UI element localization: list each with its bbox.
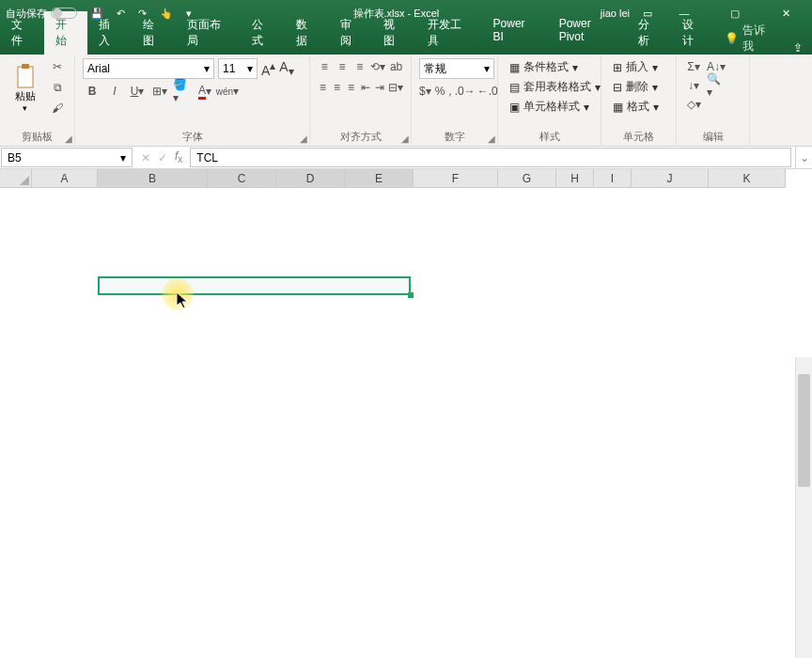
- tell-me[interactable]: 💡 告诉我: [715, 23, 784, 55]
- tab-分析[interactable]: 分析: [627, 11, 671, 55]
- column-header[interactable]: K: [709, 169, 786, 188]
- column-header[interactable]: G: [498, 169, 556, 188]
- tab-Power Pivot[interactable]: Power Pivot: [548, 11, 628, 55]
- column-header[interactable]: J: [632, 169, 709, 188]
- format-painter-icon[interactable]: 🖌: [48, 100, 67, 117]
- percent-icon[interactable]: %: [435, 83, 445, 100]
- conditional-format-button[interactable]: ▦条件格式▾: [506, 58, 593, 76]
- font-size-combo[interactable]: 11▾: [218, 58, 258, 79]
- ribbon-tabs: 文件开始插入绘图页面布局公式数据审阅视图开发工具Power BIPower Pi…: [0, 26, 812, 55]
- column-header[interactable]: A: [32, 169, 98, 188]
- column-header[interactable]: F: [414, 169, 498, 188]
- chevron-down-icon: ▾: [595, 81, 601, 94]
- toggle-off-icon: [51, 8, 77, 19]
- bold-button[interactable]: B: [83, 83, 102, 100]
- fill-color-button[interactable]: 🪣▾: [173, 83, 192, 100]
- name-box[interactable]: B5▾: [1, 148, 133, 167]
- tab-Power BI[interactable]: Power BI: [482, 11, 548, 55]
- align-center-icon[interactable]: ≡: [332, 79, 342, 96]
- group-number: 常规▾ $▾ % , .0→ ←.0 数字 ◢: [412, 55, 498, 146]
- formula-input[interactable]: TCL: [190, 148, 791, 167]
- column-header[interactable]: H: [556, 169, 594, 188]
- phonetic-button[interactable]: wén▾: [218, 83, 237, 100]
- fill-icon[interactable]: ↓▾: [684, 77, 703, 94]
- format-cells-button[interactable]: ▦格式▾: [609, 98, 668, 116]
- decrease-indent-icon[interactable]: ⇤: [360, 79, 370, 96]
- tab-文件[interactable]: 文件: [0, 11, 44, 55]
- group-cells: ⊞插入▾ ⊟删除▾ ▦格式▾ 单元格: [601, 55, 677, 146]
- border-button[interactable]: ⊞▾: [150, 83, 169, 100]
- cell-styles-button[interactable]: ▣单元格样式▾: [506, 98, 593, 116]
- column-header[interactable]: C: [208, 169, 276, 188]
- cancel-icon[interactable]: ✕: [141, 151, 150, 164]
- group-label: 编辑: [684, 128, 742, 144]
- wrap-text-icon[interactable]: ab: [389, 58, 403, 75]
- underline-button[interactable]: U▾: [128, 83, 147, 100]
- increase-font-icon[interactable]: A▴: [261, 59, 275, 78]
- delete-cells-button[interactable]: ⊟删除▾: [609, 78, 668, 96]
- tab-页面布局[interactable]: 页面布局: [176, 11, 241, 55]
- svg-rect-0: [18, 67, 33, 87]
- font-name-combo[interactable]: Arial▾: [83, 58, 214, 79]
- find-select-icon[interactable]: 🔍▾: [707, 77, 726, 94]
- merge-center-icon[interactable]: ⊟▾: [388, 79, 403, 96]
- group-label: 单元格: [609, 128, 668, 144]
- align-middle-icon[interactable]: ≡: [336, 58, 350, 75]
- column-header[interactable]: B: [98, 169, 208, 188]
- comma-icon[interactable]: ,: [448, 83, 451, 100]
- tab-设计[interactable]: 设计: [671, 11, 715, 55]
- vertical-scrollbar[interactable]: [795, 357, 812, 658]
- column-headers[interactable]: ABCDEFGHIJK: [32, 169, 786, 188]
- orientation-icon[interactable]: ⟲▾: [370, 58, 385, 75]
- tab-数据[interactable]: 数据: [285, 11, 329, 55]
- decrease-decimal-icon[interactable]: ←.0: [478, 83, 497, 100]
- increase-decimal-icon[interactable]: .0→: [456, 83, 475, 100]
- chevron-down-icon: ▾: [247, 62, 253, 75]
- paste-button[interactable]: 粘贴 ▾: [8, 60, 42, 115]
- column-header[interactable]: E: [345, 169, 414, 188]
- sheet-area: ABCDEFGHIJK: [0, 169, 812, 658]
- increase-indent-icon[interactable]: ⇥: [374, 79, 384, 96]
- font-color-button[interactable]: A▾: [195, 83, 214, 100]
- accounting-icon[interactable]: $▾: [419, 83, 431, 100]
- dialog-launcher-icon[interactable]: ◢: [488, 133, 495, 144]
- enter-icon[interactable]: ✓: [158, 151, 167, 164]
- table-icon: ▤: [509, 81, 520, 94]
- group-label: 剪贴板: [8, 128, 67, 144]
- tab-审阅[interactable]: 审阅: [329, 11, 373, 55]
- fx-icon[interactable]: fx: [175, 149, 182, 164]
- tab-公式[interactable]: 公式: [241, 11, 285, 55]
- expand-formula-bar-icon[interactable]: ⌄: [795, 147, 812, 168]
- tab-开发工具[interactable]: 开发工具: [416, 11, 481, 55]
- align-top-icon[interactable]: ≡: [318, 58, 332, 75]
- chevron-down-icon: ▾: [23, 103, 27, 113]
- group-label: 数字: [419, 128, 490, 144]
- scrollbar-thumb[interactable]: [798, 374, 810, 487]
- format-as-table-button[interactable]: ▤套用表格格式▾: [506, 78, 593, 96]
- group-label: 对齐方式: [318, 128, 403, 144]
- align-right-icon[interactable]: ≡: [346, 79, 356, 96]
- column-header[interactable]: I: [594, 169, 632, 188]
- decrease-font-icon[interactable]: A▾: [279, 59, 293, 78]
- align-left-icon[interactable]: ≡: [318, 79, 328, 96]
- dialog-launcher-icon[interactable]: ◢: [401, 133, 409, 144]
- italic-button[interactable]: I: [105, 83, 124, 100]
- clear-icon[interactable]: ◇▾: [684, 96, 703, 113]
- chevron-down-icon: ▾: [652, 61, 658, 74]
- insert-cells-button[interactable]: ⊞插入▾: [609, 58, 668, 76]
- chevron-down-icon: ▾: [653, 101, 659, 114]
- tab-绘图[interactable]: 绘图: [132, 11, 176, 55]
- svg-rect-1: [22, 64, 29, 69]
- dialog-launcher-icon[interactable]: ◢: [65, 133, 72, 144]
- share-button[interactable]: ⇪: [784, 41, 812, 55]
- column-header[interactable]: D: [276, 169, 345, 188]
- autosum-icon[interactable]: Σ▾: [684, 58, 703, 75]
- copy-icon[interactable]: ⧉: [48, 79, 67, 96]
- select-all-corner[interactable]: [0, 169, 32, 188]
- number-format-combo[interactable]: 常规▾: [419, 58, 494, 79]
- tab-视图[interactable]: 视图: [372, 11, 416, 55]
- dialog-launcher-icon[interactable]: ◢: [300, 133, 307, 144]
- tab-插入[interactable]: 插入: [87, 11, 132, 55]
- cut-icon[interactable]: ✂: [48, 58, 67, 75]
- align-bottom-icon[interactable]: ≡: [353, 58, 367, 75]
